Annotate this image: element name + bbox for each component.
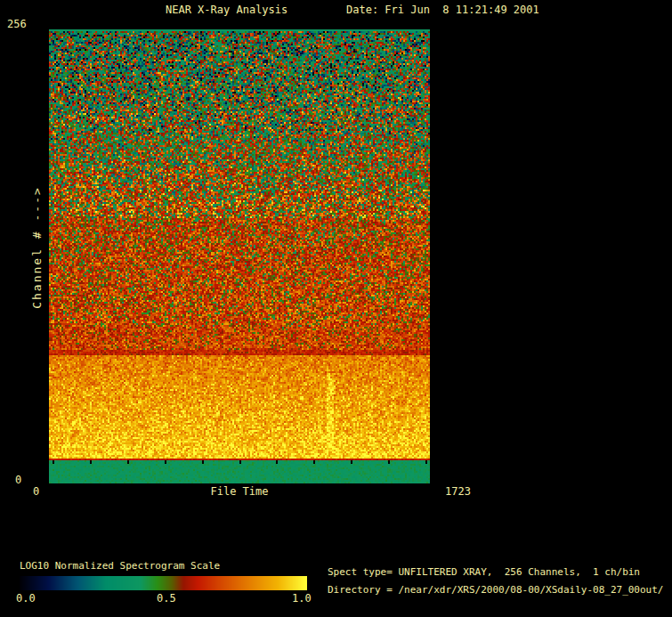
y-axis-max-label: 256	[7, 19, 27, 30]
spectrogram-heatmap	[49, 29, 430, 483]
x-axis-title: File Time	[210, 486, 268, 498]
header-date: Date: Fri Jun 8 11:21:49 2001	[346, 4, 539, 16]
directory-line: Directory = /near/xdr/XRS/2000/08-00/XSd…	[328, 585, 664, 596]
colorbar-tick-1: 1.0	[292, 593, 312, 605]
colorbar-tick-05: 0.5	[157, 593, 176, 605]
spect-type-line: Spect type= UNFILTERED XRAY, 256 Channel…	[328, 567, 640, 578]
y-axis-min-label: 0	[15, 475, 21, 486]
xray-analysis-window: NEAR X-Ray Analysis Date: Fri Jun 8 11:2…	[0, 0, 672, 617]
colorbar-gradient	[20, 576, 307, 590]
y-axis-title: Channel # --->	[31, 186, 44, 309]
x-axis-max-label: 1723	[445, 486, 471, 498]
page-title: NEAR X-Ray Analysis	[166, 4, 287, 16]
x-axis-min-label: 0	[33, 486, 39, 498]
colorbar-tick-0: 0.0	[16, 593, 36, 605]
colorbar-title: LOG10 Normalized Spectrogram Scale	[20, 561, 220, 572]
